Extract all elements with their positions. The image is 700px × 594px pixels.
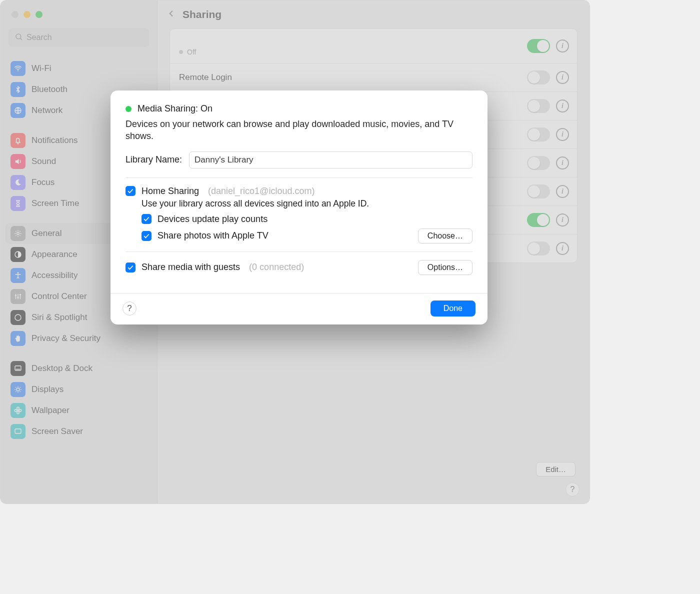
share-photos-label: Share photos with Apple TV [158,230,268,241]
system-settings-window: Wi-Fi Bluetooth Network Notifications So… [0,0,590,504]
home-sharing-description: Use your library across all devices sign… [142,198,472,209]
home-sharing-checkbox[interactable] [126,186,136,196]
divider [126,252,472,252]
modal-description: Devices on your network can browse and p… [126,118,472,142]
library-name-input[interactable] [189,152,472,168]
library-name-label: Library Name: [126,154,182,165]
home-sharing-account: (daniel_rico1@icloud.com) [208,186,314,196]
modal-help-button[interactable]: ? [122,302,136,316]
home-sharing-label: Home Sharing [142,186,199,196]
guest-options-button[interactable]: Options… [418,260,472,275]
status-dot-icon [126,106,132,112]
guests-connected-count: (0 connected) [249,262,304,272]
play-counts-checkbox[interactable] [142,214,152,224]
modal-title: Media Sharing: On [138,104,212,114]
choose-photos-button[interactable]: Choose… [418,228,472,244]
divider [126,178,472,178]
done-button[interactable]: Done [430,300,476,316]
share-guests-label: Share media with guests [142,262,240,272]
share-photos-checkbox[interactable] [142,231,152,241]
share-guests-checkbox[interactable] [126,262,136,272]
media-sharing-modal: Media Sharing: On Devices on your networ… [110,90,488,324]
play-counts-label: Devices update play counts [158,214,268,224]
